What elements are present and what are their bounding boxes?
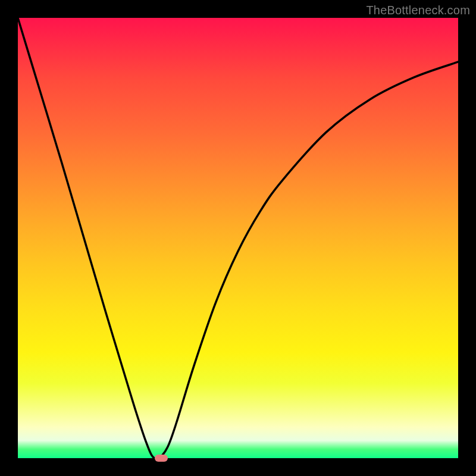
chart-stage: TheBottleneck.com bbox=[0, 0, 476, 476]
curve-path bbox=[18, 18, 458, 458]
plot-area bbox=[18, 18, 458, 458]
bottleneck-curve bbox=[18, 18, 458, 458]
min-marker bbox=[155, 455, 168, 462]
attribution-label: TheBottleneck.com bbox=[366, 4, 470, 17]
